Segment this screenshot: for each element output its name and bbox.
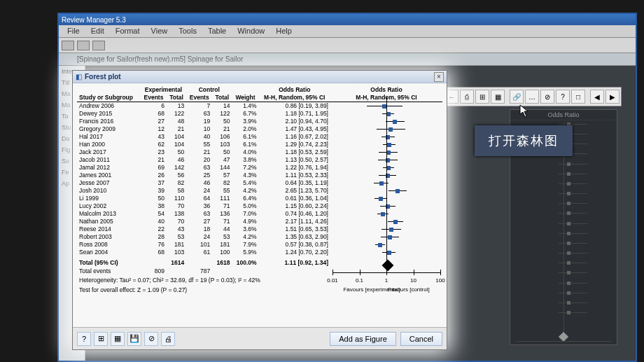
toolbar-button[interactable]: ▦ <box>491 90 505 104</box>
study-row: Reese 2014224318443.6%1.51 [0.65, 3.53] <box>77 225 442 233</box>
study-row: Jesse 2007378246825.4%0.64 [0.35, 1.19] <box>77 179 442 187</box>
footer-icon-button[interactable]: 💾 <box>127 332 141 346</box>
forest-plot: Experimental Control Odds Ratio Odds Rat… <box>77 86 442 295</box>
title-bar: Review Manager 5.3 <box>59 14 636 25</box>
footer-icon-button[interactable]: ⊘ <box>144 332 158 346</box>
col-group-control: Control <box>186 86 232 94</box>
study-row: Hal 201743104401066.1%1.16 [0.67, 2.02] <box>77 133 442 141</box>
document-tab[interactable]: [Spinage for Sailor(fresh new).rm5] Spin… <box>59 53 636 66</box>
toolbar-button[interactable]: ◀ <box>590 90 604 104</box>
footer-icon-button[interactable]: 🖨 <box>161 332 175 346</box>
col-group-experimental: Experimental <box>141 86 186 94</box>
study-row: Francis 2016274819503.9%2.10 [0.94, 4.70… <box>77 118 442 125</box>
col-or2: Odds Ratio <box>330 86 442 94</box>
col-ctl-total: Total <box>212 94 232 102</box>
study-row: Li 199950110641116.4%0.61 [0.36, 1.04] <box>77 195 442 202</box>
menu-item[interactable]: Format <box>110 25 146 37</box>
study-row: Dewey 201568122631226.7%1.18 [0.71, 1.95… <box>77 110 442 118</box>
toolbar-button[interactable]: ⊞ <box>475 90 489 104</box>
study-row: Sean 200468103611005.9%1.24 [0.70, 2.20] <box>77 249 442 256</box>
bg-plot-title: Odds Ratio <box>510 110 617 120</box>
menu-item[interactable]: Window <box>232 25 270 37</box>
study-row: Gregory 2009122110212.0%1.47 [0.43, 4.95… <box>77 125 442 133</box>
study-row: Andrew 20066137141.4%0.86 [0.19, 3.89] <box>77 102 442 111</box>
study-row: James 2001265625574.3%1.11 [0.53, 2.33] <box>77 172 442 179</box>
col-mh1: M-H, Random, 95% CI <box>259 94 330 102</box>
col-exp-events: Events <box>141 94 167 102</box>
footer-icon-button[interactable]: ▦ <box>111 332 125 346</box>
toolbar-chip[interactable] <box>77 41 90 50</box>
forest-plot-dialog: ◧ Forest plot × Experimental Control Odd… <box>72 70 447 350</box>
toolbar-button[interactable]: … <box>525 90 539 104</box>
study-row: Jack 2017235021504.0%1.18 [0.53, 2.59] <box>77 148 442 156</box>
menu-item[interactable]: File <box>62 25 85 37</box>
study-row: Han 200062104551036.1%1.29 [0.74, 2.23] <box>77 141 442 148</box>
col-or1: Odds Ratio <box>259 86 330 94</box>
toolbar-button[interactable]: ⊘ <box>540 90 554 104</box>
study-row: Jacob 2011214620473.8%1.13 [0.50, 2.57] <box>77 156 442 164</box>
add-as-figure-button[interactable]: Add as Figure <box>330 332 396 346</box>
dialog-title-bar: ◧ Forest plot × <box>73 71 447 83</box>
toolbar-chip[interactable] <box>92 41 105 50</box>
total-label: Total (95% CI) <box>77 256 141 267</box>
study-row: Malcolm 201354138631367.0%0.74 [0.46, 1.… <box>77 210 442 218</box>
toolbar-button[interactable]: □ <box>571 90 585 104</box>
toolbar-button[interactable]: ⎙ <box>460 90 474 104</box>
menu-item[interactable]: Tools <box>173 25 202 37</box>
plot-x-axis: 0.010.1110100Favours [experimental]Favou… <box>332 270 440 295</box>
app-title: Review Manager 5.3 <box>62 16 126 24</box>
study-row: Ross 2008761811011817.9%0.57 [0.38, 0.87… <box>77 241 442 249</box>
study-row: Lucy 2002387036715.0%1.15 [0.60, 2.24] <box>77 202 442 210</box>
toolbar-chip[interactable] <box>62 41 74 50</box>
col-exp-total: Total <box>167 94 186 102</box>
dialog-footer: ?⊞▦💾⊘🖨 Add as Figure Cancel <box>73 327 447 349</box>
forest-icon: ◧ <box>76 73 82 81</box>
tooltip: 打开森林图 <box>475 125 573 156</box>
close-icon[interactable]: × <box>434 72 444 82</box>
cancel-button[interactable]: Cancel <box>400 332 442 346</box>
menu-item[interactable]: View <box>146 25 174 37</box>
col-weight: Weight <box>232 94 258 102</box>
footer-icon-button[interactable]: ? <box>77 332 91 346</box>
menu-item[interactable]: Help <box>270 25 298 37</box>
study-row: Robert 2003285324534.2%1.35 [0.63, 2.90] <box>77 233 442 241</box>
study-row: Jamal 201269142631447.2%1.22 [0.76, 1.94… <box>77 164 442 172</box>
menu-bar: FileEditFormatViewToolsTableWindowHelp <box>59 25 636 38</box>
secondary-toolbar <box>59 38 636 53</box>
col-ctl-events: Events <box>186 94 212 102</box>
col-study: Study or Subgroup <box>77 94 141 102</box>
menu-item[interactable]: Edit <box>85 25 110 37</box>
toolbar-button[interactable]: 🔗 <box>510 90 524 104</box>
study-row: Josh 2010395824554.2%2.65 [1.23, 5.70] <box>77 187 442 195</box>
menu-item[interactable]: Table <box>202 25 232 37</box>
toolbar-button[interactable]: ▶ <box>606 90 620 104</box>
study-row: Nathan 2005407027714.9%2.17 [1.11, 4.26] <box>77 218 442 225</box>
footer-icon-button[interactable]: ⊞ <box>94 332 108 346</box>
toolbar-button[interactable]: ? <box>556 90 570 104</box>
dialog-title: Forest plot <box>85 73 121 81</box>
